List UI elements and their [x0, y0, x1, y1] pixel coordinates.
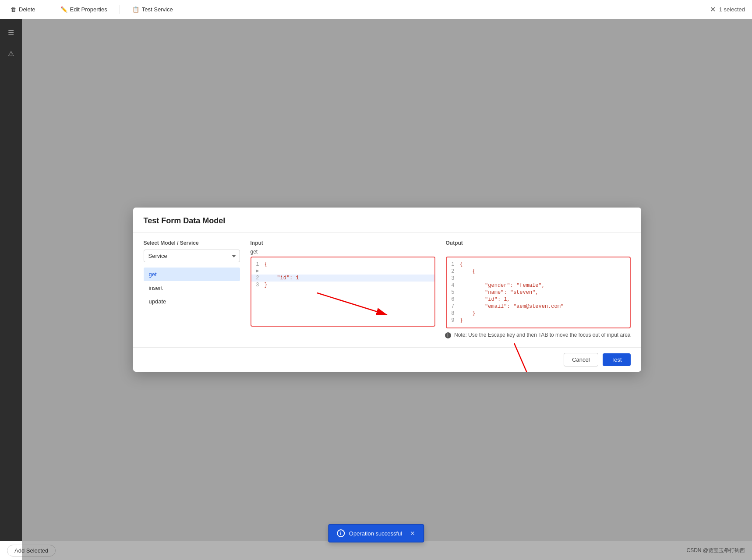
out-line-7: 7 "email": "aem@steven.com" [447, 303, 630, 310]
input-panel: Input get 1 ▶ { 2 "id": 1 [251, 240, 435, 328]
modal-title: Test Form Data Model [144, 216, 226, 225]
output-method-spacer [446, 249, 631, 255]
modal-body: Select Model / Service Service get inser… [133, 233, 641, 347]
toast-icon: i [337, 529, 345, 537]
output-label: Output [446, 240, 631, 246]
out-line-3: 3 [447, 275, 630, 282]
method-label: get [251, 249, 435, 255]
edit-icon: ✏️ [60, 6, 67, 13]
output-panel: Output 1 { 2 { [446, 240, 631, 328]
top-toolbar: 🗑 Delete ✏️ Edit Properties 📋 Test Servi… [0, 0, 752, 19]
right-content: Input get 1 ▶ { 2 "id": 1 [251, 240, 631, 340]
delete-button[interactable]: 🗑 Delete [7, 4, 39, 14]
out-line-8: 8 } [447, 310, 630, 317]
left-panel: Select Model / Service Service get inser… [144, 240, 240, 340]
out-line-9: 9 } [447, 317, 630, 324]
input-code-area[interactable]: 1 ▶ { 2 "id": 1 3 } [251, 257, 435, 327]
delete-icon: 🗑 [11, 6, 16, 13]
model-dropdown[interactable]: Service [144, 250, 240, 262]
note-text: i Note: Use the Escape key and then TAB … [251, 328, 631, 340]
code-line-1: 1 ▶ { [251, 261, 434, 275]
out-line-2: 2 { [447, 268, 630, 275]
toast-close-button[interactable]: ✕ [410, 530, 415, 537]
close-icon[interactable]: ✕ [710, 5, 716, 14]
output-code-area[interactable]: 1 { 2 { 3 [446, 257, 631, 328]
service-item-insert[interactable]: insert [144, 281, 240, 295]
code-line-2: 2 "id": 1 [251, 275, 434, 282]
toolbar-divider [48, 5, 48, 14]
select-model-label: Select Model / Service [144, 240, 240, 246]
out-line-1: 1 { [447, 261, 630, 268]
left-sidebar: ☰ ⚠ [0, 19, 22, 560]
edit-properties-button[interactable]: ✏️ Edit Properties [57, 4, 111, 14]
sidebar-grid-icon[interactable]: ☰ [3, 25, 19, 40]
out-line-4: 4 "gender": "female", [447, 282, 630, 289]
cancel-button[interactable]: Cancel [564, 353, 598, 366]
out-line-5: 5 "name": "steven", [447, 289, 630, 296]
service-icon: 📋 [132, 6, 139, 13]
service-list: get insert update [144, 268, 240, 308]
toolbar-right: ✕ 1 selected [710, 5, 745, 14]
service-item-get[interactable]: get [144, 268, 240, 281]
toolbar-divider-2 [120, 5, 120, 14]
io-divider [435, 240, 446, 328]
service-item-update[interactable]: update [144, 295, 240, 308]
code-line-3: 3 } [251, 282, 434, 289]
io-section: Input get 1 ▶ { 2 "id": 1 [251, 240, 631, 328]
note-icon: i [445, 332, 451, 338]
out-line-6: 6 "id": 1, [447, 296, 630, 303]
sidebar-warning-icon[interactable]: ⚠ [3, 46, 19, 61]
test-button[interactable]: Test [603, 353, 631, 366]
input-label: Input [251, 240, 435, 246]
modal-footer: Cancel Test [133, 347, 641, 372]
main-content: Test Form Data Model Select Model / Serv… [22, 19, 752, 560]
modal-dialog: Test Form Data Model Select Model / Serv… [133, 208, 641, 372]
test-service-button[interactable]: 📋 Test Service [129, 4, 177, 14]
toast-notification: i Operation successful ✕ [328, 524, 424, 542]
modal-overlay: Test Form Data Model Select Model / Serv… [22, 19, 752, 560]
modal-header: Test Form Data Model [133, 208, 641, 233]
toast-message: Operation successful [349, 530, 402, 537]
